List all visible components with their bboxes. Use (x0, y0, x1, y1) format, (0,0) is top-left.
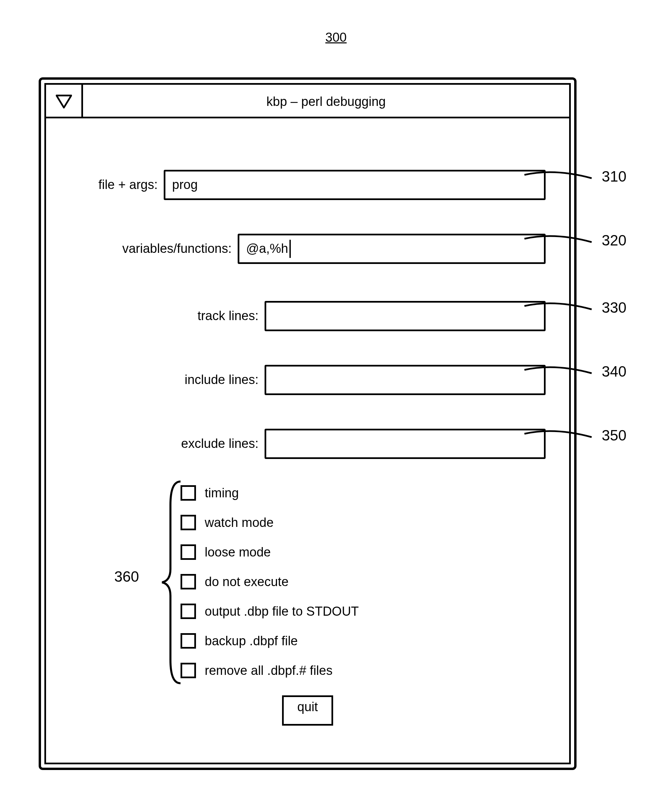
row-exclude-lines: exclude lines: (63, 428, 546, 460)
checkbox-row-1: watch mode (181, 508, 359, 537)
value-file-args: prog (172, 178, 197, 192)
checkbox-2[interactable] (181, 545, 196, 560)
callout-340: 340 (602, 363, 626, 380)
label-include-lines: include lines: (63, 373, 265, 387)
checkbox-label-6: remove all .dbpf.# files (205, 663, 332, 678)
titlebar: kbp – perl debugging (46, 85, 569, 118)
figure-number: 300 (0, 30, 672, 45)
window-inner-frame: kbp – perl debugging file + args: prog v… (44, 83, 571, 764)
checkbox-1[interactable] (181, 515, 196, 530)
triangle-down-icon (56, 93, 72, 110)
checkbox-label-1: watch mode (205, 515, 274, 530)
row-track-lines: track lines: (63, 300, 546, 332)
callout-360: 360 (114, 568, 139, 585)
quit-row: quit (46, 696, 569, 726)
svg-marker-0 (56, 95, 71, 108)
checkbox-3[interactable] (181, 574, 196, 589)
checkbox-row-6: remove all .dbpf.# files (181, 656, 359, 685)
row-vars-funcs: variables/functions: @a,%h (63, 233, 546, 265)
label-file-args: file + args: (63, 178, 164, 192)
checkbox-4[interactable] (181, 604, 196, 619)
input-exclude-lines[interactable] (265, 429, 546, 459)
checkbox-6[interactable] (181, 663, 196, 678)
window-menu-button[interactable] (46, 85, 83, 118)
window-outer-frame: kbp – perl debugging file + args: prog v… (39, 77, 577, 770)
input-track-lines[interactable] (265, 301, 546, 331)
row-include-lines: include lines: (63, 364, 546, 396)
value-vars-funcs: @a,%h (246, 241, 288, 256)
input-file-args[interactable]: prog (164, 170, 546, 200)
checkbox-0[interactable] (181, 485, 196, 501)
callout-310: 310 (602, 168, 626, 185)
checkbox-row-5: backup .dbpf file (181, 626, 359, 656)
quit-button[interactable]: quit (282, 696, 333, 726)
checkbox-5[interactable] (181, 633, 196, 649)
callout-350: 350 (602, 427, 626, 444)
window-title: kbp – perl debugging (83, 85, 569, 118)
input-vars-funcs[interactable]: @a,%h (238, 234, 546, 264)
checkbox-row-2: loose mode (181, 537, 359, 567)
callout-320: 320 (602, 232, 626, 249)
row-file-args: file + args: prog (63, 169, 546, 201)
checkbox-row-3: do not execute (181, 567, 359, 596)
text-cursor (289, 240, 291, 258)
checkbox-label-5: backup .dbpf file (205, 634, 298, 648)
checkbox-label-3: do not execute (205, 575, 289, 589)
callout-330: 330 (602, 299, 626, 316)
checkbox-row-4: output .dbp file to STDOUT (181, 596, 359, 626)
label-track-lines: track lines: (63, 309, 265, 323)
checkbox-group: timingwatch modeloose modedo not execute… (181, 478, 359, 685)
checkbox-label-2: loose mode (205, 545, 270, 560)
checkbox-row-0: timing (181, 478, 359, 508)
input-include-lines[interactable] (265, 365, 546, 395)
checkbox-label-4: output .dbp file to STDOUT (205, 604, 359, 619)
label-vars-funcs: variables/functions: (63, 241, 238, 256)
checkbox-label-0: timing (205, 486, 239, 500)
label-exclude-lines: exclude lines: (63, 437, 265, 451)
